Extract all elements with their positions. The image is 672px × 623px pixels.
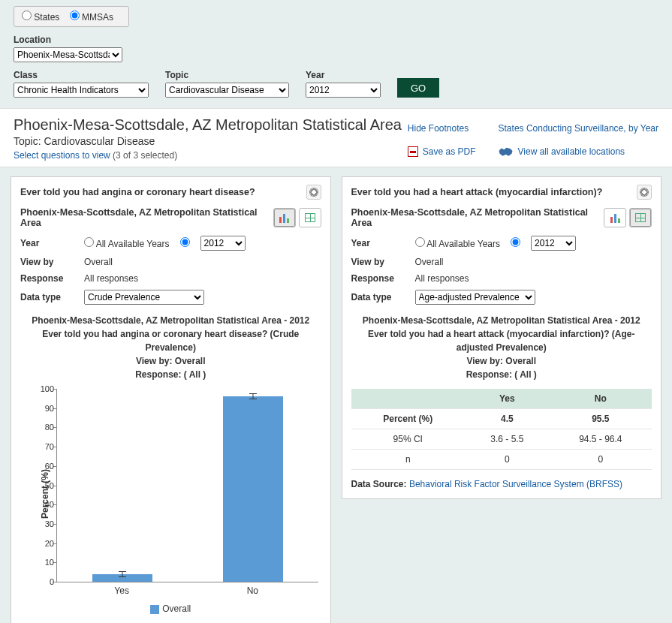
topic-subtitle: Topic: Cardiovascular Disease [14,135,402,147]
select-questions-link[interactable]: Select questions to view [14,150,110,161]
data-table: YesNo Percent (%)4.595.5 95% CI3.6 - 5.5… [351,389,652,470]
table-view-button[interactable] [629,208,652,227]
bar-no [223,396,283,582]
specific-year-radio[interactable] [180,237,190,249]
data-source-link[interactable]: Behavioral Risk Factor Surveillance Syst… [409,479,622,489]
panel-settings-button[interactable] [306,185,321,200]
row-percent: Percent (%) [351,409,465,429]
response-label: Response [351,273,415,284]
bars-icon [610,212,620,223]
all-years-radio[interactable]: All Available Years [84,237,170,249]
pdf-icon [408,146,418,157]
response-label: Response [20,273,84,284]
cell-pct-yes: 4.5 [465,409,550,429]
data-source-label: Data Source: [351,479,407,489]
page-title: Phoenix-Mesa-Scottsdale, AZ Metropolitan… [14,116,402,134]
cell-ci-yes: 3.6 - 5.5 [465,429,550,450]
year-control-label: Year [20,238,84,248]
hide-footnotes-link[interactable]: Hide Footnotes [408,123,469,134]
all-years-radio[interactable]: All Available Years [415,237,501,249]
viewby-label: View by [20,257,84,267]
topic-label: Topic [165,70,289,80]
datatype-select[interactable]: Crude Prevalence [84,290,204,305]
filter-row: Location Phoenix-Mesa-Scottsdale, AZ [14,35,658,62]
radio-states[interactable]: States [22,12,59,23]
bar-yes [92,574,152,582]
panel-angina: Ever told you had angina or coronary hea… [11,176,331,623]
class-select[interactable]: Chronic Health Indicators [14,83,149,98]
go-button[interactable]: GO [397,78,439,98]
table-titles: Phoenix-Mesa-Scottsdale, AZ Metropolitan… [351,314,652,381]
panel-area: Ever told you had angina or coronary hea… [0,167,672,623]
view-locations-link[interactable]: View all available locations [518,146,625,157]
cell-n-yes: 0 [465,450,550,470]
gear-icon [640,188,649,197]
location-label: Location [14,35,122,45]
panel-question: Ever told you had a heart attack (myocar… [351,187,603,197]
cell-ci-no: 94.5 - 96.4 [550,429,652,450]
response-value: All responses [84,273,321,284]
row-ci: 95% CI [351,429,465,450]
select-questions-count: (3 of 3 selected) [113,150,177,161]
location-select[interactable]: Phoenix-Mesa-Scottsdale, AZ [14,47,122,62]
panel-location: Phoenix-Mesa-Scottsdale, AZ Metropolitan… [20,207,273,228]
specific-year-radio[interactable] [511,237,520,249]
header-strip: Phoenix-Mesa-Scottsdale, AZ Metropolitan… [0,108,672,167]
chart-view-button[interactable] [604,208,626,227]
panel-year-select[interactable]: 2012 [531,236,576,251]
cell-pct-no: 95.5 [550,409,652,429]
response-value: All responses [415,273,652,284]
table-icon [635,213,646,222]
chart-view-button[interactable] [273,208,296,227]
viewby-value: Overall [415,257,652,267]
datatype-label: Data type [20,292,84,302]
filter-bar: States MMSAs Location Phoenix-Mesa-Scott… [0,0,672,108]
year-control-label: Year [351,238,415,248]
row-n: n [351,450,465,470]
datatype-select[interactable]: Age-adjusted Prevalence [415,290,535,305]
datatype-label: Data type [351,292,415,302]
gear-icon [309,188,318,197]
class-label: Class [14,70,149,80]
map-icon [499,147,514,156]
panel-year-select[interactable]: 2012 [200,236,246,251]
chart-titles: Phoenix-Mesa-Scottsdale, AZ Metropolitan… [20,314,321,381]
panel-heart-attack: Ever told you had a heart attack (myocar… [342,176,662,499]
y-axis-label: Percent (%) [40,469,50,519]
viewby-label: View by [351,257,415,267]
panel-location: Phoenix-Mesa-Scottsdale, AZ Metropolitan… [351,207,604,228]
col-yes: Yes [465,389,550,409]
viewby-value: Overall [84,257,321,267]
topic-select[interactable]: Cardiovascular Disease [165,83,289,98]
save-pdf-link[interactable]: Save as PDF [423,146,476,157]
col-no: No [550,389,652,409]
year-select[interactable]: 2012 [306,83,381,98]
panel-settings-button[interactable] [637,185,652,200]
panel-question: Ever told you had angina or coronary hea… [20,187,255,197]
cell-n-no: 0 [550,450,652,470]
bars-icon [279,212,289,223]
chart-legend: Overall [20,603,321,614]
geo-toggle: States MMSAs [14,6,129,27]
bar-chart: Percent (%) 0102030405060708090100 YesNo [20,389,321,599]
filter-row-2: Class Chronic Health Indicators Topic Ca… [14,70,658,98]
table-icon [305,213,315,222]
surveillance-link[interactable]: States Conducting Surveillance, by Year [499,123,658,134]
table-view-button[interactable] [299,208,321,227]
year-label: Year [306,70,381,80]
radio-mmsas[interactable]: MMSAs [70,12,113,23]
